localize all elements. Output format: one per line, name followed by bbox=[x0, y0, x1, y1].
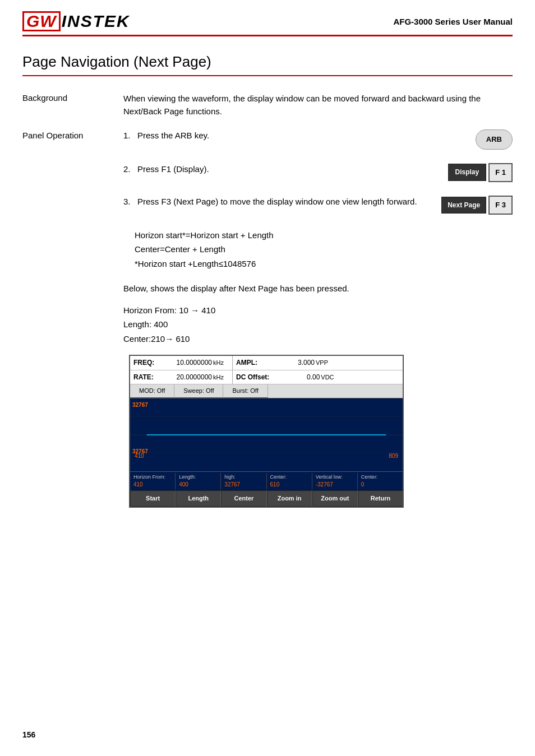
page-number: 156 bbox=[22, 730, 35, 739]
formulas: Horizon start*=Horizon start + Length Ce… bbox=[135, 228, 513, 271]
step-3-desc: Press F3 (Next Page) to move the display… bbox=[137, 197, 417, 206]
background-section: Background When viewing the waveform, th… bbox=[22, 92, 513, 118]
step-1-text: 1. Press the ARB key. bbox=[123, 129, 464, 142]
dp-dc-label: DC Offset: 0.00 VDC bbox=[232, 370, 340, 384]
dp-func-return[interactable]: Return bbox=[358, 490, 403, 507]
dp-rate-row: RATE: 20.0000000 kHz DC Offset: 0.00 VDC bbox=[130, 370, 403, 385]
formula-1: Horizon start*=Horizon start + Length bbox=[135, 228, 513, 243]
step-2-buttons: Display F 1 bbox=[448, 163, 513, 182]
dp-func-length[interactable]: Length bbox=[176, 490, 221, 507]
step-3-number: 3. bbox=[123, 197, 135, 206]
step-1-desc: Press the ARB key. bbox=[137, 131, 209, 140]
manual-title: AFG-3000 Series User Manual bbox=[393, 17, 513, 26]
horizon-from: Horizon From: 10 → 410 bbox=[123, 303, 513, 318]
dp-freq-row: FREQ: 10.0000000 kHz AMPL: 3.000 VPP bbox=[130, 356, 403, 370]
center-info: Center:210→ 610 bbox=[123, 332, 513, 346]
dp-func-center[interactable]: Center bbox=[221, 490, 266, 507]
waveform-svg bbox=[130, 398, 403, 471]
dp-ampl-label: AMPL: 3.000 VPP bbox=[232, 356, 335, 370]
dp-info-length: Length: 400 bbox=[176, 473, 221, 489]
step-3-buttons: Next Page F 3 bbox=[441, 196, 513, 215]
dp-y-top: 32767 bbox=[132, 401, 148, 410]
horizon-info: Horizon From: 10 → 410 Length: 400 Cente… bbox=[123, 303, 513, 346]
step-1-buttons: ARB bbox=[476, 129, 513, 150]
title-divider bbox=[22, 75, 513, 76]
logo-box: GW bbox=[22, 11, 61, 31]
dp-func-start[interactable]: Start bbox=[130, 490, 176, 507]
logo: GWINSTEK bbox=[22, 11, 130, 31]
panel-operation-content: 1. Press the ARB key. ARB 2. Press F1 (D… bbox=[123, 129, 513, 508]
arb-button[interactable]: ARB bbox=[476, 129, 513, 150]
dp-x-left: 410 bbox=[135, 452, 144, 461]
dp-info-horizon: Horizon From: 410 bbox=[130, 473, 176, 489]
step-1: 1. Press the ARB key. ARB bbox=[123, 129, 513, 150]
dp-tabs: MOD: Off Sweep: Off Burst: Off bbox=[130, 384, 403, 398]
f3-button[interactable]: F 3 bbox=[488, 196, 513, 215]
dp-info-vert-low: Vertical low: -32767 bbox=[312, 473, 358, 489]
dp-func-zoom-in[interactable]: Zoom in bbox=[267, 490, 312, 507]
background-label: Background bbox=[22, 92, 123, 118]
dp-info-high: high: 32767 bbox=[221, 473, 266, 489]
f1-button[interactable]: F 1 bbox=[488, 163, 513, 182]
dp-freq-label: FREQ: 10.0000000 kHz bbox=[130, 356, 232, 370]
dp-info-center2: Center: 0 bbox=[358, 473, 403, 489]
dp-xaxis: 410 809 bbox=[130, 452, 403, 461]
dp-tab-sweep: Sweep: Off bbox=[174, 384, 223, 398]
next-page-button[interactable]: Next Page bbox=[441, 197, 486, 214]
logo-name: INSTEK bbox=[62, 12, 130, 31]
step-2-desc: Press F1 (Display). bbox=[137, 164, 209, 174]
formula-3: *Horizon start +Length≤1048576 bbox=[135, 257, 513, 271]
page-header: GWINSTEK AFG-3000 Series User Manual bbox=[22, 11, 513, 36]
dp-x-right: 809 bbox=[389, 452, 398, 461]
formula-2: Center=Center + Length bbox=[135, 242, 513, 257]
step-3: 3. Press F3 (Next Page) to move the disp… bbox=[123, 196, 513, 215]
step-1-number: 1. bbox=[123, 131, 135, 140]
step-2-number: 2. bbox=[123, 164, 135, 174]
dp-func-zoom-out[interactable]: Zoom out bbox=[312, 490, 358, 507]
below-text: Below, shows the display after Next Page… bbox=[123, 282, 513, 295]
step-2-text: 2. Press F1 (Display). bbox=[123, 163, 437, 176]
background-text: When viewing the waveform, the display w… bbox=[123, 92, 513, 118]
dp-waveform: 32767 32767 410 809 bbox=[130, 398, 403, 471]
length-info: Length: 400 bbox=[123, 317, 513, 332]
dp-tab-mod: MOD: Off bbox=[130, 384, 174, 398]
step-3-text: 3. Press F3 (Next Page) to move the disp… bbox=[123, 196, 430, 208]
panel-operation-label: Panel Operation bbox=[22, 129, 123, 508]
page-title: Page Navigation (Next Page) bbox=[22, 53, 513, 71]
dp-info-center: Center: 610 bbox=[267, 473, 312, 489]
dp-rate-label: RATE: 20.0000000 kHz bbox=[130, 370, 232, 384]
display-panel: FREQ: 10.0000000 kHz AMPL: 3.000 VPP RAT… bbox=[129, 355, 404, 508]
step-2: 2. Press F1 (Display). Display F 1 bbox=[123, 163, 513, 182]
dp-func-bar: Start Length Center Zoom in Zoom out Ret… bbox=[130, 490, 403, 507]
dp-info-bar: Horizon From: 410 Length: 400 high: 3276… bbox=[130, 471, 403, 490]
dp-tab-burst: Burst: Off bbox=[223, 384, 268, 398]
display-button[interactable]: Display bbox=[448, 164, 487, 181]
panel-operation-section: Panel Operation 1. Press the ARB key. AR… bbox=[22, 129, 513, 508]
